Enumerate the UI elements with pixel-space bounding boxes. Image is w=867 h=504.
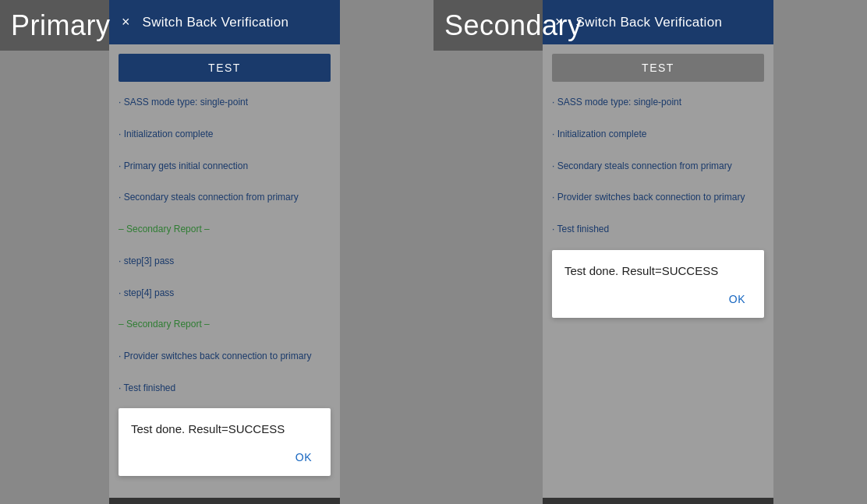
log-line-report: – Secondary Report – <box>119 316 331 332</box>
log-line: · Test finished <box>119 380 331 396</box>
primary-alert-ok-button[interactable]: OK <box>289 448 318 467</box>
primary-dialog-body: TEST · SASS mode type: single-point · In… <box>109 44 340 498</box>
primary-label-text: Primary <box>11 9 111 42</box>
log-line: · Provider switches back connection to p… <box>552 189 764 205</box>
log-line: · SASS mode type: single-point <box>552 94 764 110</box>
primary-bottom-bar <box>109 498 340 504</box>
log-line: · SASS mode type: single-point <box>119 94 331 110</box>
primary-close-icon[interactable]: × <box>122 14 130 30</box>
secondary-label: Secondary <box>434 0 543 51</box>
secondary-test-button[interactable]: TEST <box>552 54 764 82</box>
log-line: · Primary gets initial connection <box>119 158 331 174</box>
primary-panel: Primary × Switch Back Verification TEST … <box>0 0 434 504</box>
secondary-dialog-title: Switch Back Verification <box>576 15 723 30</box>
secondary-alert-actions: OK <box>564 290 752 308</box>
secondary-log-area: · SASS mode type: single-point · Initial… <box>552 91 764 241</box>
log-line: · Initialization complete <box>119 126 331 142</box>
secondary-panel: Secondary × Switch Back Verification TES… <box>434 0 867 504</box>
log-line: · Secondary steals connection from prima… <box>119 189 331 205</box>
primary-device-frame: × Switch Back Verification TEST · SASS m… <box>109 0 340 504</box>
primary-dialog-header: × Switch Back Verification <box>109 0 340 44</box>
primary-dialog-title: Switch Back Verification <box>143 15 289 30</box>
secondary-dialog-body: TEST · SASS mode type: single-point · In… <box>543 44 773 498</box>
log-line-report: – Secondary Report – <box>119 221 331 237</box>
primary-alert-message: Test done. Result=SUCCESS <box>131 422 318 435</box>
secondary-label-text: Secondary <box>444 9 582 42</box>
secondary-alert-ok-button[interactable]: OK <box>723 290 752 308</box>
primary-log-area: · SASS mode type: single-point · Initial… <box>119 91 331 399</box>
log-line: · step[3] pass <box>119 253 331 269</box>
secondary-alert-box: Test done. Result=SUCCESS OK <box>552 250 764 318</box>
log-line: · Initialization complete <box>552 126 764 142</box>
log-line: · step[4] pass <box>119 285 331 301</box>
primary-alert-box: Test done. Result=SUCCESS OK <box>119 408 331 476</box>
primary-alert-actions: OK <box>131 448 318 467</box>
log-line: · Test finished <box>552 221 764 237</box>
log-line: · Provider switches back connection to p… <box>119 348 331 364</box>
log-line: · Secondary steals connection from prima… <box>552 158 764 174</box>
primary-label: Primary <box>0 0 109 51</box>
secondary-bottom-bar <box>543 498 773 504</box>
secondary-device-frame: × Switch Back Verification TEST · SASS m… <box>543 0 773 504</box>
secondary-alert-message: Test done. Result=SUCCESS <box>564 264 752 277</box>
primary-test-button[interactable]: TEST <box>119 54 331 82</box>
